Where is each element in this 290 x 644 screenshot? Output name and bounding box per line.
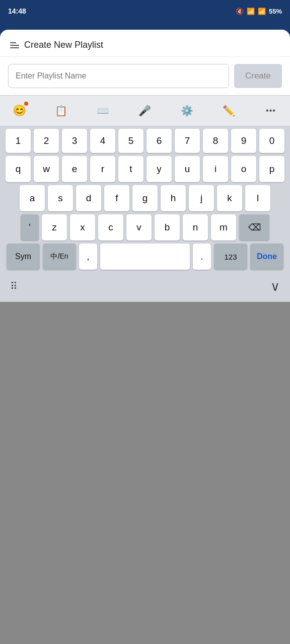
key-8[interactable]: 8 <box>203 129 228 153</box>
clipboard-button[interactable]: 📋 <box>50 100 72 122</box>
key-m[interactable]: m <box>211 214 236 240</box>
key-c[interactable]: c <box>98 214 123 240</box>
keyboard-bottom-bar: ⠿ ∨ <box>0 274 290 302</box>
key-y[interactable]: y <box>147 156 172 182</box>
key-o[interactable]: o <box>231 156 256 182</box>
lang-key[interactable]: 中/En <box>43 244 76 270</box>
key-r[interactable]: r <box>90 156 115 182</box>
keyboard-toggle-button[interactable]: ⌨️ <box>92 100 114 122</box>
signal-icon: 📶 <box>258 8 266 15</box>
zxcv-row: ' z x c v b n m ⌫ <box>0 214 290 240</box>
backspace-key[interactable]: ⌫ <box>239 214 269 240</box>
space-key[interactable] <box>100 244 190 270</box>
key-v[interactable]: v <box>126 214 152 240</box>
bottom-sheet-title: Create New Playlist <box>24 40 103 50</box>
key-j[interactable]: j <box>189 185 214 211</box>
comma-key[interactable]: , <box>79 244 97 270</box>
keyboard-grid-icon[interactable]: ⠿ <box>10 280 18 292</box>
key-h[interactable]: h <box>161 185 186 211</box>
keyboard-hide-icon[interactable]: ∨ <box>270 279 280 294</box>
key-3[interactable]: 3 <box>62 129 87 153</box>
number-row: 1 2 3 4 5 6 7 8 9 0 <box>0 129 290 153</box>
key-9[interactable]: 9 <box>231 129 256 153</box>
sym-key[interactable]: Sym <box>7 244 40 270</box>
battery-icon: 55% <box>269 8 282 15</box>
key-a[interactable]: a <box>20 185 45 211</box>
key-1[interactable]: 1 <box>6 129 31 153</box>
key-q[interactable]: q <box>6 156 31 182</box>
settings-button[interactable]: ⚙️ <box>176 100 198 122</box>
period-key[interactable]: . <box>193 244 211 270</box>
key-w[interactable]: w <box>34 156 59 182</box>
key-p[interactable]: p <box>259 156 284 182</box>
key-0[interactable]: 0 <box>259 129 284 153</box>
wifi-icon: 📶 <box>247 8 255 15</box>
bottom-row: Sym 中/En , . 123 Done <box>0 244 290 274</box>
edit-tool-button[interactable]: ✏️ <box>218 100 240 122</box>
status-bar: 14:48 🔇 📶 📶 55% <box>0 0 290 22</box>
key-x[interactable]: x <box>70 214 95 240</box>
playlist-sheet-icon <box>10 42 19 48</box>
playlist-name-input[interactable] <box>8 64 229 88</box>
keyboard-toolbar: 😊 📋 ⌨️ 🎤 ⚙️ ✏️ ••• <box>0 95 290 126</box>
status-icons: 🔇 📶 📶 55% <box>236 8 282 15</box>
playlist-input-row: Create <box>0 57 290 95</box>
bottom-sheet-header: Create New Playlist <box>0 30 290 57</box>
key-d[interactable]: d <box>76 185 101 211</box>
key-apostrophe[interactable]: ' <box>21 214 39 240</box>
create-submit-button[interactable]: Create <box>234 64 282 88</box>
key-u[interactable]: u <box>175 156 200 182</box>
key-z[interactable]: z <box>42 214 67 240</box>
key-2[interactable]: 2 <box>34 129 59 153</box>
key-b[interactable]: b <box>155 214 180 240</box>
status-time: 14:48 <box>8 7 26 15</box>
key-t[interactable]: t <box>118 156 143 182</box>
num-key[interactable]: 123 <box>214 244 247 270</box>
asdf-row: a s d f g h j k l <box>0 185 290 211</box>
key-e[interactable]: e <box>62 156 87 182</box>
mute-icon: 🔇 <box>236 8 244 15</box>
key-i[interactable]: i <box>203 156 228 182</box>
key-k[interactable]: k <box>217 185 242 211</box>
key-f[interactable]: f <box>104 185 129 211</box>
key-7[interactable]: 7 <box>175 129 200 153</box>
done-key[interactable]: Done <box>250 244 283 270</box>
more-button[interactable]: ••• <box>260 100 282 122</box>
key-4[interactable]: 4 <box>90 129 115 153</box>
main-content: Create New Playlist No Playlists found. … <box>0 60 290 302</box>
bottom-sheet: Create New Playlist Create 😊 📋 ⌨️ 🎤 ⚙️ <box>0 30 290 302</box>
key-g[interactable]: g <box>132 185 158 211</box>
emoji-dot <box>24 102 28 106</box>
qwerty-row: q w e r t y u i o p <box>0 156 290 182</box>
keyboard: 1 2 3 4 5 6 7 8 9 0 q w e r t y u i <box>0 126 290 302</box>
key-l[interactable]: l <box>245 185 270 211</box>
key-5[interactable]: 5 <box>118 129 143 153</box>
key-n[interactable]: n <box>183 214 208 240</box>
mic-button[interactable]: 🎤 <box>134 100 156 122</box>
key-6[interactable]: 6 <box>147 129 172 153</box>
emoji-button[interactable]: 😊 <box>8 100 30 122</box>
key-s[interactable]: s <box>48 185 73 211</box>
